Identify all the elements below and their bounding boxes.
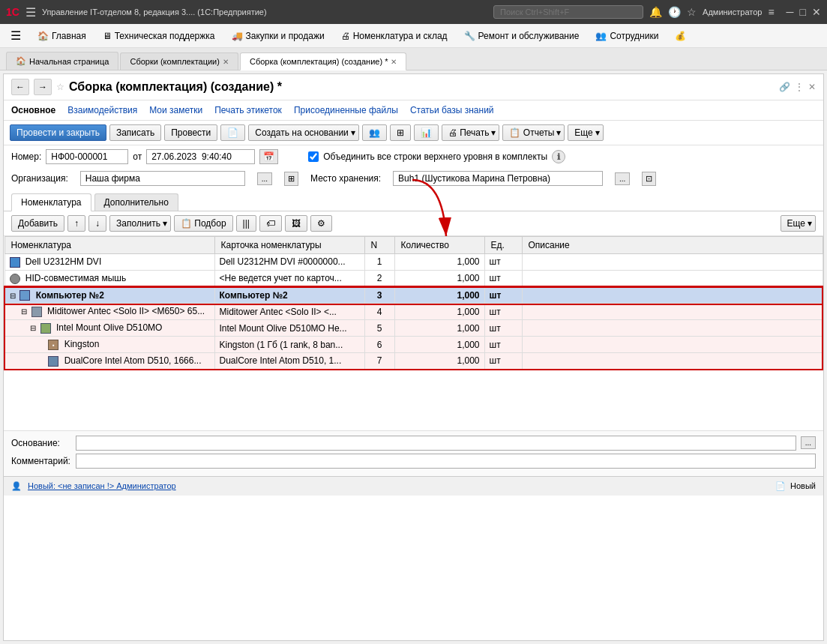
subtab-notes[interactable]: Мои заметки: [149, 105, 202, 115]
section-tab-nomenclature[interactable]: Номенклатура: [11, 193, 91, 211]
subtab-basic[interactable]: Основное: [11, 105, 55, 115]
grid-button[interactable]: ⊞: [390, 124, 411, 141]
basis-browse-button[interactable]: ...: [801, 436, 816, 449]
doc-link-icon[interactable]: 🔗: [779, 82, 790, 92]
status-right: 📄 Новый: [775, 481, 816, 491]
doc-icon-button[interactable]: 📄: [220, 124, 245, 141]
home-tab-icon: 🏠: [16, 56, 26, 66]
menu-hamburger-icon[interactable]: ☰: [25, 5, 36, 19]
star-icon[interactable]: ☆: [687, 6, 697, 18]
section-tab-additional[interactable]: Дополнительно: [94, 193, 178, 211]
image-button[interactable]: 🖼: [285, 215, 307, 232]
doc-dots-icon[interactable]: ⋮: [795, 82, 804, 92]
connect-button[interactable]: ⚙: [310, 215, 332, 232]
calendar-button[interactable]: 📅: [259, 149, 278, 164]
bell-icon[interactable]: 🔔: [649, 6, 662, 18]
search-input[interactable]: [493, 5, 643, 19]
col-n: N: [364, 237, 394, 254]
table-row[interactable]: ▪ Kingston Kingston (1 Гб (1 rank, 8 ban…: [4, 337, 823, 353]
table-row[interactable]: HID-совместимая мышь <Не ведется учет по…: [4, 270, 823, 286]
table-row[interactable]: Dell U2312HM DVI Dell U2312HM DVI #00000…: [4, 254, 823, 271]
form-row-1: Номер: от 📅 Объединить все строки верхне…: [4, 145, 823, 168]
row-card: Dell U2312HM DVI #0000000...: [214, 254, 364, 271]
storage-extra-button[interactable]: ⊡: [642, 172, 656, 186]
comment-input[interactable]: [76, 454, 816, 469]
table-button[interactable]: 📊: [414, 124, 439, 141]
status-link[interactable]: Новый: <не записан !> Администратор: [28, 481, 176, 490]
menu-bar: ☰ 🏠 Главная 🖥 Техническая поддержка 🚚 За…: [0, 24, 827, 48]
subtab-knowledge[interactable]: Статьи базы знаний: [410, 105, 494, 115]
org-browse-button[interactable]: ...: [257, 172, 272, 185]
doc-header: ← → ☆ Сборка (комплектация) (создание) *…: [4, 74, 823, 100]
reports-button[interactable]: 📋 Отчеты ▾: [502, 124, 565, 141]
admin-label: Администратор: [703, 7, 762, 16]
tag-button[interactable]: 🏷: [259, 215, 282, 232]
save-button[interactable]: Записать: [109, 124, 161, 141]
subtab-labels[interactable]: Печать этикеток: [214, 105, 282, 115]
menu-staff[interactable]: 👥 Сотрудники: [588, 28, 666, 44]
menu-dots-icon[interactable]: ≡: [768, 6, 774, 18]
basis-input[interactable]: [76, 436, 796, 451]
data-table-wrapper: Номенклатура Карточка номенклатуры N Кол…: [4, 236, 823, 370]
print-button[interactable]: 🖨 Печать ▾: [442, 124, 500, 141]
fill-button[interactable]: Заполнить ▾: [109, 215, 171, 232]
menu-nomenclature[interactable]: 🖨 Номенклатура и склад: [334, 28, 455, 44]
menu-purchases[interactable]: 🚚 Закупки и продажи: [224, 28, 332, 44]
info-icon[interactable]: ℹ: [552, 150, 565, 163]
org-extra-button[interactable]: ⊞: [284, 172, 298, 186]
row-name: DualCore Intel Atom D510, 1666...: [64, 355, 202, 366]
org-input[interactable]: [80, 171, 245, 186]
expand-icon[interactable]: ⊟: [21, 307, 27, 316]
combine-checkbox[interactable]: [308, 151, 319, 162]
add-row-button[interactable]: Добавить: [11, 215, 64, 232]
expand-icon[interactable]: ⊟: [10, 292, 16, 300]
maximize-btn[interactable]: □: [800, 6, 806, 18]
select-button[interactable]: 📋 Подбор: [174, 215, 233, 232]
comment-label: Комментарий:: [11, 456, 71, 466]
expand-icon[interactable]: ⊟: [30, 324, 36, 332]
menu-home[interactable]: 🏠 Главная: [30, 28, 94, 44]
subtab-files[interactable]: Присоединенные файлы: [294, 105, 398, 115]
menu-hamburger-btn[interactable]: ☰: [3, 25, 28, 46]
move-up-button[interactable]: ↑: [67, 215, 85, 232]
post-close-button[interactable]: Провести и закрыть: [10, 124, 106, 141]
create-based-button[interactable]: Создать на основании ▾: [248, 124, 359, 141]
tab-home[interactable]: 🏠 Начальная страница: [6, 52, 118, 70]
move-down-button[interactable]: ↓: [88, 215, 106, 232]
post-button[interactable]: Провести: [164, 124, 217, 141]
assembly-list-tab-close[interactable]: ✕: [223, 58, 229, 66]
subtab-interactions[interactable]: Взаимодействия: [67, 105, 137, 115]
table-row[interactable]: DualCore Intel Atom D510, 1666... DualCo…: [4, 352, 823, 369]
number-input[interactable]: [46, 149, 128, 164]
user-icon: 👤: [11, 481, 22, 491]
storage-input[interactable]: [393, 171, 603, 186]
row-desc: [522, 254, 823, 271]
forward-button[interactable]: →: [34, 79, 52, 95]
row-name: Компьютер №2: [36, 290, 104, 301]
doc-favorite-icon[interactable]: ☆: [56, 82, 64, 92]
main-content: ← → ☆ Сборка (комплектация) (создание) *…: [3, 73, 824, 641]
more-button[interactable]: Еще ▾: [568, 124, 603, 141]
minimize-btn[interactable]: ─: [787, 6, 794, 18]
table-more-button[interactable]: Еще ▾: [781, 215, 816, 232]
back-button[interactable]: ←: [11, 79, 29, 95]
storage-browse-button[interactable]: ...: [615, 172, 630, 185]
assembly-create-tab-close[interactable]: ✕: [391, 58, 397, 66]
history-icon[interactable]: 🕐: [668, 6, 681, 18]
barcode-button[interactable]: |||: [236, 215, 256, 232]
row-name: Kingston: [64, 339, 100, 349]
group-button[interactable]: 👥: [362, 124, 387, 141]
table-row[interactable]: ⊟ Компьютер №2 Компьютер №2 3 1,000 шт: [4, 287, 823, 304]
menu-support[interactable]: 🖥 Техническая поддержка: [95, 28, 223, 44]
date-input[interactable]: [146, 149, 255, 164]
menu-repair[interactable]: 🔧 Ремонт и обслуживание: [457, 28, 587, 44]
table-row[interactable]: ⊟ Miditower Antec <Solo II> <M650> 65...…: [4, 304, 823, 320]
menu-finance[interactable]: 💰: [667, 28, 694, 44]
tab-assembly-create[interactable]: Сборка (комплектация) (создание) * ✕: [240, 52, 407, 70]
window-close-btn[interactable]: ✕: [812, 6, 821, 18]
doc-close-icon[interactable]: ✕: [808, 82, 816, 92]
table-row[interactable]: ⊟ Intel Mount Olive D510MO Intel Mount O…: [4, 320, 823, 337]
row-name: HID-совместимая мышь: [25, 273, 126, 283]
tab-assembly-list[interactable]: Сборки (комплектации) ✕: [120, 52, 238, 70]
title-bar: 1С ☰ Управление IT-отделом 8, редакция 3…: [0, 0, 827, 24]
